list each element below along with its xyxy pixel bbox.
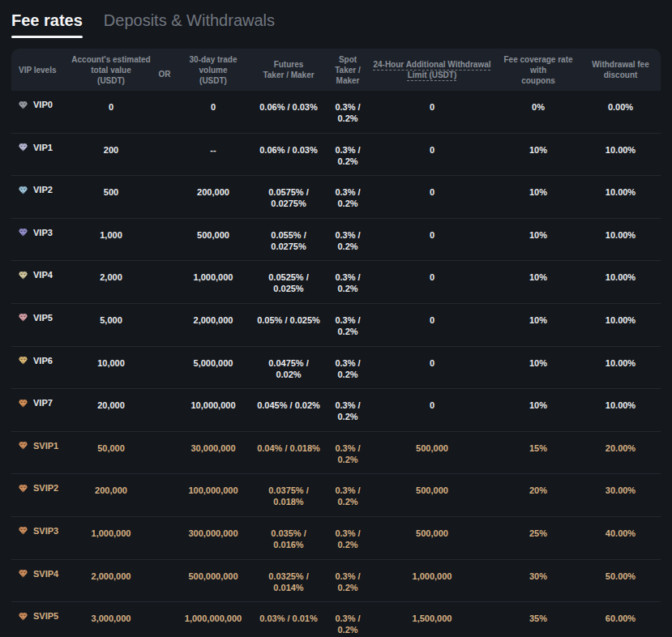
futures-value: 0.03% / 0.01%: [250, 602, 327, 624]
column-header-withdrawal-limit[interactable]: 24-Hour Additional Withdrawal Limit (USD…: [368, 59, 496, 80]
table-row: VIP1200--0.06% / 0.03%0.3% / 0.2%010%10.…: [11, 133, 661, 176]
account-value: 1,000: [70, 219, 152, 241]
tab-bar: Fee rates Deposits & Withdrawals: [11, 0, 661, 38]
futures-value: 0.055% / 0.0275%: [250, 219, 327, 252]
futures-value: 0.06% / 0.03%: [250, 91, 327, 113]
table-row: VIP0000.06% / 0.03%0.3% / 0.2%00%0.00%: [11, 91, 661, 133]
diamond-orange-icon: [18, 398, 28, 408]
limit-value: 0: [368, 389, 496, 411]
account-value: 2,000,000: [70, 560, 152, 582]
vip-level-label: SVIP3: [33, 525, 58, 537]
vip-level-label: VIP6: [33, 355, 53, 366]
vip-level-cell: VIP1: [11, 134, 70, 153]
discount-value: 10.00%: [580, 176, 661, 198]
vip-level-label: VIP0: [33, 99, 53, 110]
vip-level-cell: VIP0: [11, 91, 70, 110]
account-value: 0: [70, 91, 152, 113]
table-row: VIP720,00010,000,0000.045% / 0.02%0.3% /…: [11, 388, 661, 431]
volume-value: 30,000,000: [177, 432, 250, 454]
discount-value: 0.00%: [580, 91, 661, 113]
table-row: VIP2500200,0000.0575% / 0.0275%0.3% / 0.…: [11, 175, 661, 218]
discount-value: 40.00%: [580, 517, 661, 539]
account-value: 20,000: [70, 389, 152, 411]
volume-value: 500,000: [177, 219, 250, 241]
discount-value: 30.00%: [580, 474, 661, 496]
fee-rate-table: VIP levels Account's estimated total val…: [11, 49, 661, 637]
spot-value: 0.3% / 0.2%: [327, 91, 368, 124]
spot-value: 0.3% / 0.2%: [327, 176, 368, 209]
volume-value: 200,000: [177, 176, 250, 198]
column-header-or: OR: [152, 61, 177, 79]
account-value: 2,000: [70, 261, 152, 283]
tab-fee-rates[interactable]: Fee rates: [11, 10, 83, 38]
futures-value: 0.0525% / 0.025%: [250, 261, 327, 294]
coverage-value: 30%: [496, 560, 580, 582]
coverage-value: 10%: [496, 134, 580, 156]
vip-level-label: SVIP1: [33, 440, 58, 451]
discount-value: 10.00%: [580, 219, 661, 241]
column-header-vip-levels: VIP levels: [11, 65, 70, 75]
volume-value: 1,000,000: [177, 261, 250, 283]
limit-value: 1,500,000: [368, 602, 496, 624]
diamond-copper-icon: [18, 440, 28, 451]
table-row: SVIP31,000,000300,000,0000.035% / 0.016%…: [11, 516, 661, 559]
limit-value: 500,000: [368, 432, 496, 454]
limit-value: 0: [368, 304, 496, 326]
diamond-purple-icon: [18, 227, 28, 237]
vip-level-label: SVIP4: [33, 568, 58, 579]
coverage-value: 35%: [496, 602, 580, 624]
coverage-value: 10%: [496, 219, 580, 241]
limit-value: 0: [368, 347, 496, 369]
diamond-copper-icon: [18, 611, 28, 622]
limit-value: 0: [368, 134, 496, 156]
volume-value: --: [177, 134, 250, 156]
table-row: SVIP53,000,0001,000,000,0000.03% / 0.01%…: [11, 601, 661, 637]
vip-level-label: VIP7: [33, 397, 53, 408]
limit-value: 500,000: [368, 474, 496, 496]
futures-value: 0.0325% / 0.014%: [250, 560, 327, 593]
column-header-trade-volume: 30-day trade volume (USDT): [177, 54, 250, 86]
table-body: VIP0000.06% / 0.03%0.3% / 0.2%00%0.00%VI…: [11, 91, 661, 637]
diamond-copper-icon: [18, 483, 28, 494]
account-value: 500: [70, 176, 152, 198]
volume-value: 500,000,000: [177, 560, 250, 582]
discount-value: 20.00%: [580, 432, 661, 454]
diamond-pink-icon: [18, 312, 28, 323]
vip-level-cell: VIP3: [11, 219, 70, 238]
vip-level-cell: SVIP5: [11, 602, 70, 622]
limit-value: 0: [368, 91, 496, 113]
table-row: VIP610,0005,000,0000.0475% / 0.02%0.3% /…: [11, 346, 661, 389]
diamond-copper-icon: [18, 568, 28, 579]
futures-value: 0.04% / 0.018%: [250, 432, 327, 454]
diamond-blue-icon: [18, 185, 28, 195]
spot-value: 0.3% / 0.2%: [327, 474, 368, 507]
vip-level-cell: SVIP1: [11, 432, 70, 451]
vip-level-cell: VIP5: [11, 304, 70, 323]
limit-value: 0: [368, 219, 496, 241]
vip-level-cell: VIP4: [11, 261, 70, 280]
limit-value: 0: [368, 261, 496, 283]
diamond-gray-icon: [18, 100, 28, 110]
table-row: VIP42,0001,000,0000.0525% / 0.025%0.3% /…: [11, 260, 661, 303]
coverage-value: 10%: [496, 304, 580, 326]
vip-level-cell: VIP6: [11, 347, 70, 366]
account-value: 3,000,000: [70, 602, 152, 624]
spot-value: 0.3% / 0.2%: [327, 261, 368, 294]
futures-value: 0.05% / 0.025%: [250, 304, 327, 326]
account-value: 200: [70, 134, 152, 156]
volume-value: 300,000,000: [177, 517, 250, 539]
column-header-account-value: Account's estimated total value (USDT): [70, 54, 152, 86]
coverage-value: 10%: [496, 347, 580, 369]
vip-level-label: SVIP5: [33, 610, 58, 622]
tab-deposits-withdrawals[interactable]: Deposits & Withdrawals: [104, 10, 275, 31]
column-header-fee-coverage: Fee coverage rate with coupons: [496, 54, 580, 86]
discount-value: 10.00%: [580, 134, 661, 156]
discount-value: 60.00%: [580, 602, 661, 624]
futures-value: 0.045% / 0.02%: [250, 389, 327, 411]
futures-value: 0.06% / 0.03%: [250, 134, 327, 156]
account-value: 10,000: [70, 347, 152, 369]
spot-value: 0.3% / 0.2%: [327, 304, 368, 337]
diamond-copper-icon: [18, 525, 28, 536]
table-row: SVIP42,000,000500,000,0000.0325% / 0.014…: [11, 559, 661, 602]
table-row: VIP55,0002,000,0000.05% / 0.025%0.3% / 0…: [11, 303, 661, 346]
